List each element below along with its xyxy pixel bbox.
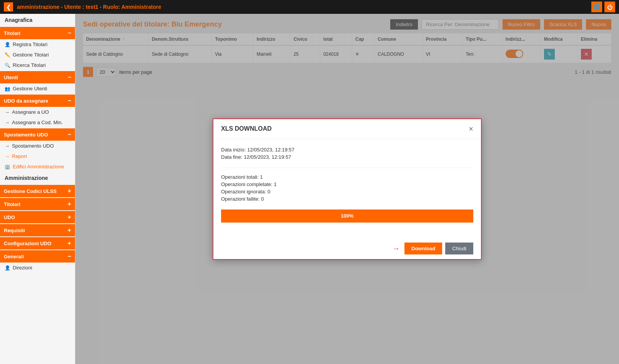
sidebar-section-label: Configurazioni UDO [4,241,52,246]
person-icon [5,265,10,271]
progress-bar-outer: 100% [221,209,473,223]
sidebar-section-gestione-codici[interactable]: Gestione Codici ULSS + [0,185,75,197]
sidebar-section-titolari-label: Titolari [4,30,20,36]
udo-assegnare-toggle-icon: − [68,97,71,104]
xls-download-modal: XLS DOWNLOAD × Data inizio: 12/05/2023, … [213,118,482,260]
sidebar-section-titolari[interactable]: Titolari − [0,27,75,39]
amministrazione-label: Amministrazione [0,172,75,184]
sidebar-section-label: Generali [4,254,24,259]
arrow-icon [5,120,10,125]
modal-body: Data inizio: 12/05/2023, 12:19:57 Data f… [213,139,481,238]
sidebar-item-edifici[interactable]: Edifici Amministrazione [0,161,75,172]
sidebar-section-spostamento-label: Spostamento UDO [4,132,48,138]
data-fine: Data fine: 12/05/2023, 12:19:57 [221,154,473,160]
utenti-toggle-icon: − [68,74,71,81]
sidebar-item-label: Gestione Titolari [13,52,49,58]
sidebar-item-gestione-titolari[interactable]: Gestione Titolari [0,50,75,60]
sidebar-section-label: UDO [4,214,15,220]
content-area: Sedi operative del titolare: Blu Emergen… [75,14,619,364]
spostamento-toggle-icon: − [68,131,71,138]
sidebar-item-report[interactable]: Report [0,151,75,161]
sidebar-item-label: Gestione Utenti [13,86,47,91]
configurazioni-toggle-icon: + [68,240,71,247]
sidebar-section-generali[interactable]: Generali − [0,250,75,263]
sidebar-section-label: Gestione Codici ULSS [4,188,57,194]
arrow-icon [5,143,10,149]
sidebar-section-utenti[interactable]: Utenti − [0,71,75,83]
sidebar-item-label: Registra Titolari [13,42,47,47]
sidebar-item-label: Assegnare a UO [12,109,49,115]
sidebar-item-assegnare-uo[interactable]: Assegnare a UO [0,107,75,117]
arrow-indicator: → [392,244,400,253]
topbar: ❮ amministrazione - Utente : test1 - Ruo… [0,0,619,14]
modal-ops-block: Operazioni totali: 1 Operazioni completa… [221,174,473,202]
person-icon [5,42,10,47]
sidebar-item-direzioni[interactable]: Direzioni [0,263,75,273]
progress-bar-inner: 100% [221,209,473,223]
search-icon [5,62,10,68]
topbar-title: amministrazione - Utente : test1 - Ruolo… [17,4,591,10]
sidebar-item-label: Report [12,153,27,159]
anagrafica-label: Anagrafica [0,14,75,26]
sidebar-toggle-button[interactable]: ❮ [4,2,13,12]
edit-icon [5,52,10,58]
modal-footer: → Download Chiudi [213,238,481,259]
sidebar-item-registra-titolari[interactable]: Registra Titolari [0,39,75,50]
sidebar-section-udo-label: UDO da assegnare [4,98,48,104]
sidebar-item-spostamento-udo[interactable]: Spostamento UDO [0,141,75,151]
sidebar-section-udo-assegnare[interactable]: UDO da assegnare − [0,95,75,107]
sidebar-item-label: Edifici Amministrazione [13,164,64,170]
progress-label: 100% [341,213,353,219]
sidebar-section-label: Requisiti [4,228,25,233]
modal-close-button[interactable]: × [469,125,473,133]
globe-icon-button[interactable]: 🌐 [591,2,602,12]
sidebar-section-requisiti[interactable]: Requisiti + [0,224,75,236]
sidebar-item-label: Spostamento UDO [12,143,54,149]
ops-totali: Operazioni totali: 1 [221,174,473,180]
modal-overlay: XLS DOWNLOAD × Data inizio: 12/05/2023, … [75,14,619,364]
gestione-toggle-icon: + [68,188,71,194]
sidebar: Anagrafica Titolari − Registra Titolari … [0,14,75,364]
requisiti-toggle-icon: + [68,227,71,234]
building-icon [5,164,10,170]
chiudi-button[interactable]: Chiudi [445,243,473,254]
generali-toggle-icon: − [68,253,71,260]
ops-fallite: Operazioni fallite: 0 [221,196,473,202]
sidebar-item-ricerca-titolari[interactable]: Ricerca Titolari [0,60,75,70]
arrow-icon [5,109,10,115]
sidebar-section-titolari2[interactable]: Titolari + [0,198,75,210]
sidebar-section-udo2[interactable]: UDO + [0,211,75,223]
titolari2-toggle-icon: + [68,201,71,208]
sidebar-item-label: Direzioni [13,265,32,271]
ops-completate: Operazioni completate: 1 [221,181,473,187]
sidebar-item-label: Assegnare a Cod. Min. [12,120,63,125]
ops-ignorata: Operazioni ignorata: 0 [221,189,473,194]
sidebar-section-utenti-label: Utenti [4,75,18,80]
titolari-toggle-icon: − [68,30,71,37]
users-icon [5,86,10,91]
data-inizio: Data inizio: 12/05/2023, 12:19:57 [221,147,473,153]
modal-header: XLS DOWNLOAD × [213,119,481,139]
sidebar-section-configurazioni[interactable]: Configurazioni UDO + [0,237,75,249]
download-button[interactable]: Download [404,243,442,254]
modal-title: XLS DOWNLOAD [221,125,272,132]
modal-date-block: Data inizio: 12/05/2023, 12:19:57 Data f… [221,147,473,168]
sidebar-section-spostamento[interactable]: Spostamento UDO − [0,128,75,141]
sidebar-section-label: Titolari [4,201,20,207]
sidebar-item-assegnare-cod[interactable]: Assegnare a Cod. Min. [0,117,75,128]
power-icon-button[interactable]: ⏻ [604,2,615,12]
sidebar-item-gestione-utenti[interactable]: Gestione Utenti [0,83,75,94]
sidebar-item-label: Ricerca Titolari [13,62,46,68]
arrow-icon [5,153,10,159]
udo2-toggle-icon: + [68,214,71,221]
